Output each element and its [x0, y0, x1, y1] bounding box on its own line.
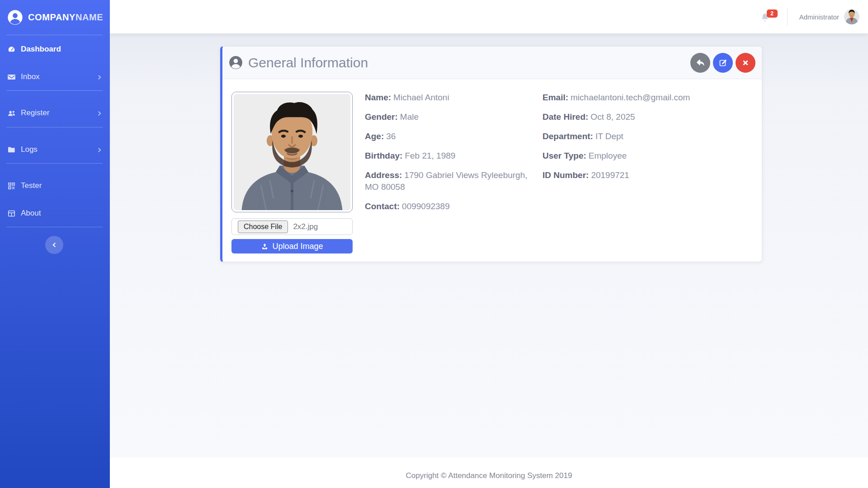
- details-right-column: Email:michaelantoni.tech@gmail.com Date …: [542, 92, 753, 253]
- sidebar-item-label: Tester: [21, 181, 42, 190]
- divider: [787, 8, 788, 26]
- profile-photo: [231, 92, 353, 212]
- details-left-column: Name:Michael Antoni Gender:Male Age:36 B…: [365, 92, 542, 253]
- field-label: User Type:: [542, 151, 586, 160]
- field-value: Male: [400, 112, 419, 122]
- field-label: Gender:: [365, 112, 398, 122]
- close-button[interactable]: [736, 53, 755, 73]
- sidebar-item-dashboard[interactable]: Dashboard: [0, 40, 110, 58]
- divider: [6, 127, 103, 127]
- notifications-button[interactable]: 2: [760, 10, 772, 23]
- field-label: Address:: [365, 170, 402, 180]
- field-age: Age:36: [365, 131, 542, 142]
- field-value: michaelantoni.tech@gmail.com: [571, 93, 690, 102]
- close-icon: [741, 58, 750, 67]
- divider: [6, 90, 103, 91]
- edit-button[interactable]: [713, 53, 733, 73]
- sidebar-item-about[interactable]: About: [0, 204, 110, 222]
- table-icon: [7, 209, 16, 218]
- copyright-text: Copyright © Attendance Monitoring System…: [406, 471, 572, 480]
- divider: [6, 163, 103, 164]
- field-label: Email:: [542, 93, 568, 102]
- upload-image-button[interactable]: Upload Image: [231, 239, 353, 253]
- field-email: Email:michaelantoni.tech@gmail.com: [542, 92, 753, 103]
- sidebar-collapse-button[interactable]: [45, 236, 63, 254]
- field-contact: Contact:0099092389: [365, 201, 542, 212]
- chevron-right-icon: [96, 74, 103, 80]
- sidebar-item-logs[interactable]: Logs: [0, 141, 110, 159]
- users-icon: [7, 109, 16, 117]
- undo-icon: [696, 58, 705, 67]
- chevron-right-icon: [96, 110, 103, 116]
- brand[interactable]: COMPANYNAME: [0, 0, 110, 34]
- field-date-hired: Date Hired:Oct 8, 2025: [542, 111, 753, 123]
- sidebar-item-label: About: [21, 209, 41, 218]
- footer: Copyright © Attendance Monitoring System…: [110, 458, 868, 488]
- field-label: Name:: [365, 93, 391, 102]
- field-label: Age:: [365, 131, 384, 141]
- qrcode-icon: [7, 182, 16, 190]
- field-value: Michael Antoni: [393, 93, 449, 102]
- field-user-type: User Type:Employee: [542, 150, 753, 162]
- card-body: Choose File 2x2.jpg Upload Image Name:Mi…: [222, 79, 762, 253]
- tachometer-icon: [7, 45, 16, 54]
- envelope-icon: [7, 73, 16, 81]
- field-label: ID Number:: [542, 170, 589, 180]
- field-address: Address:1790 Gabriel Views Ryleeburgh, M…: [365, 169, 542, 193]
- sidebar: COMPANYNAME Dashboard Inbox Register Log…: [0, 0, 110, 488]
- divider: [6, 227, 103, 227]
- field-name: Name:Michael Antoni: [365, 92, 542, 103]
- sidebar-item-inbox[interactable]: Inbox: [0, 68, 110, 86]
- field-department: Department:IT Dept: [542, 131, 753, 142]
- sidebar-item-label: Logs: [21, 145, 38, 154]
- page-title: General Information: [248, 55, 368, 70]
- sidebar-item-tester[interactable]: Tester: [0, 177, 110, 195]
- sidebar-item-label: Inbox: [21, 72, 40, 81]
- avatar[interactable]: [844, 9, 859, 24]
- field-value: Feb 21, 1989: [405, 151, 455, 160]
- file-name-text: 2x2.jpg: [293, 222, 318, 231]
- edit-icon: [718, 58, 727, 67]
- brand-name: COMPANYNAME: [28, 12, 103, 23]
- field-label: Date Hired:: [542, 112, 588, 122]
- notification-badge: 2: [767, 9, 778, 18]
- file-input[interactable]: Choose File 2x2.jpg: [231, 218, 353, 235]
- field-value: Employee: [589, 151, 627, 160]
- sidebar-item-label: Dashboard: [21, 45, 61, 54]
- field-value: IT Dept: [595, 131, 623, 141]
- card-header: General Information: [222, 47, 762, 79]
- field-birthday: Birthday:Feb 21, 1989: [365, 150, 542, 162]
- topbar: 2 Administrator: [110, 0, 868, 33]
- user-menu-label[interactable]: Administrator: [799, 13, 839, 21]
- upload-button-label: Upload Image: [272, 242, 323, 251]
- photo-column: Choose File 2x2.jpg Upload Image: [231, 92, 353, 253]
- card-actions: [690, 53, 755, 73]
- sidebar-item-register[interactable]: Register: [0, 104, 110, 122]
- user-circle-icon: [7, 9, 24, 26]
- field-value: 36: [386, 131, 396, 141]
- field-label: Contact:: [365, 202, 400, 211]
- chevron-right-icon: [96, 146, 103, 153]
- field-id-number: ID Number:20199721: [542, 169, 753, 181]
- upload-icon: [261, 243, 269, 250]
- user-circle-icon: [228, 55, 243, 70]
- choose-file-button[interactable]: Choose File: [238, 221, 288, 233]
- field-label: Birthday:: [365, 151, 402, 160]
- field-value: 0099092389: [402, 202, 450, 211]
- chevron-left-icon: [51, 242, 57, 248]
- folder-icon: [7, 145, 16, 154]
- main-content: General Information: [110, 33, 868, 458]
- sidebar-item-label: Register: [21, 108, 49, 117]
- general-information-card: General Information: [220, 46, 762, 262]
- field-label: Department:: [542, 131, 593, 141]
- divider: [6, 35, 103, 35]
- back-button[interactable]: [690, 53, 710, 73]
- field-value: 20199721: [591, 170, 629, 180]
- field-value: Oct 8, 2025: [590, 112, 635, 122]
- field-gender: Gender:Male: [365, 111, 542, 123]
